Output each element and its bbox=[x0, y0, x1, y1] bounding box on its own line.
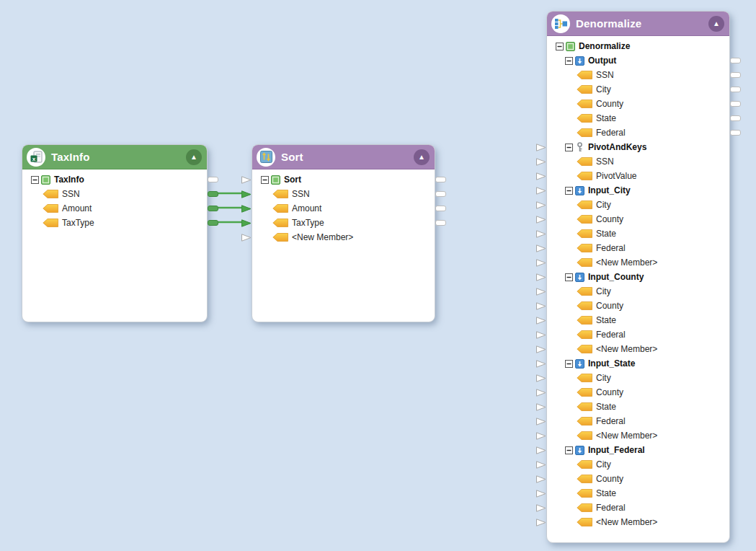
tree-row-pivotandkeys[interactable]: PivotAndKeys bbox=[547, 140, 729, 154]
input-port-idle[interactable] bbox=[241, 176, 252, 184]
tree-row-input-federal[interactable]: Input_Federal bbox=[547, 443, 729, 457]
input-port-idle[interactable] bbox=[536, 288, 546, 296]
input-port-idle[interactable] bbox=[536, 331, 546, 339]
tree-row-taxinfo[interactable]: TaxInfo bbox=[22, 172, 207, 187]
collapse-button[interactable]: ▲ bbox=[186, 149, 202, 165]
tree-row-state[interactable]: State bbox=[547, 486, 729, 501]
expander-minus-icon[interactable] bbox=[565, 144, 573, 151]
output-port-idle[interactable] bbox=[730, 87, 741, 92]
input-port-idle[interactable] bbox=[536, 273, 546, 281]
tree-row-county[interactable]: County bbox=[547, 472, 729, 486]
output-port-idle[interactable] bbox=[435, 206, 446, 211]
expander-minus-icon[interactable] bbox=[261, 176, 269, 184]
input-port-idle[interactable] bbox=[536, 230, 546, 238]
tree-row-new-member[interactable]: <New Member> bbox=[547, 342, 729, 356]
tree-row-city[interactable]: City bbox=[547, 198, 729, 212]
tree-row-county[interactable]: County bbox=[547, 299, 729, 313]
input-port-idle[interactable] bbox=[536, 345, 546, 353]
input-port-idle[interactable] bbox=[536, 144, 546, 151]
tree-row-state[interactable]: State bbox=[547, 226, 729, 241]
output-port-idle[interactable] bbox=[435, 220, 446, 226]
input-port-idle[interactable] bbox=[536, 158, 546, 166]
tree-row-federal[interactable]: Federal bbox=[547, 125, 729, 140]
tree-row-ssn[interactable]: SSN bbox=[22, 187, 207, 201]
expander-minus-icon[interactable] bbox=[565, 360, 573, 368]
input-port-idle[interactable] bbox=[536, 302, 546, 310]
tree-row-input-city[interactable]: Input_City bbox=[547, 183, 729, 198]
tree-row-new-member[interactable]: <New Member> bbox=[547, 515, 729, 529]
input-port-connected[interactable] bbox=[241, 190, 252, 198]
input-port-idle[interactable] bbox=[536, 172, 546, 180]
input-port-connected[interactable] bbox=[241, 219, 252, 227]
output-port-idle[interactable] bbox=[730, 58, 741, 63]
tree-row-state[interactable]: State bbox=[547, 111, 729, 125]
input-port-idle[interactable] bbox=[536, 519, 546, 526]
tree-row-output[interactable]: Output bbox=[547, 53, 729, 68]
node-header-sort[interactable]: Sort▲ bbox=[252, 145, 435, 169]
input-port-idle[interactable] bbox=[536, 374, 546, 382]
output-port-idle[interactable] bbox=[208, 177, 218, 182]
expander-minus-icon[interactable] bbox=[565, 187, 573, 195]
output-port-connected[interactable] bbox=[208, 220, 218, 226]
tree-row-county[interactable]: County bbox=[547, 385, 729, 400]
tree-row-new-member[interactable]: <New Member> bbox=[547, 428, 729, 443]
tree-row-federal[interactable]: Federal bbox=[547, 241, 729, 255]
node-header-taxinfo[interactable]: xTaxInfo▲ bbox=[22, 145, 207, 169]
input-port-idle[interactable] bbox=[536, 216, 546, 224]
expander-minus-icon[interactable] bbox=[565, 273, 573, 281]
output-port-idle[interactable] bbox=[730, 72, 741, 78]
input-port-idle[interactable] bbox=[536, 418, 546, 426]
tree-row-sort[interactable]: Sort bbox=[252, 172, 435, 187]
tree-row-input-county[interactable]: Input_County bbox=[547, 270, 729, 284]
input-port-connected[interactable] bbox=[241, 205, 252, 213]
input-port-idle[interactable] bbox=[536, 317, 546, 325]
tree-row-state[interactable]: State bbox=[547, 400, 729, 414]
tree-row-pivotvalue[interactable]: PivotValue bbox=[547, 169, 729, 183]
expander-minus-icon[interactable] bbox=[565, 446, 573, 454]
output-port-connected[interactable] bbox=[208, 191, 218, 197]
tree-row-county[interactable]: County bbox=[547, 212, 729, 226]
tree-row-new-member[interactable]: <New Member> bbox=[252, 230, 435, 244]
tree-row-city[interactable]: City bbox=[547, 82, 729, 97]
tree-row-ssn[interactable]: SSN bbox=[547, 154, 729, 169]
input-port-idle[interactable] bbox=[241, 234, 252, 242]
node-denormalize[interactable]: Denormalize▲DenormalizeOutputSSNCityCoun… bbox=[546, 11, 730, 543]
input-port-idle[interactable] bbox=[536, 446, 546, 454]
output-port-connected[interactable] bbox=[208, 206, 218, 211]
output-port-idle[interactable] bbox=[730, 101, 741, 107]
input-port-idle[interactable] bbox=[536, 244, 546, 252]
tree-row-input-state[interactable]: Input_State bbox=[547, 356, 729, 371]
node-sort[interactable]: Sort▲SortSSNAmountTaxType<New Member> bbox=[252, 144, 435, 322]
node-header-denormalize[interactable]: Denormalize▲ bbox=[547, 12, 729, 36]
input-port-idle[interactable] bbox=[536, 360, 546, 368]
tree-row-state[interactable]: State bbox=[547, 313, 729, 327]
tree-row-federal[interactable]: Federal bbox=[547, 501, 729, 515]
node-taxinfo[interactable]: xTaxInfo▲TaxInfoSSNAmountTaxType bbox=[22, 144, 208, 322]
input-port-idle[interactable] bbox=[536, 201, 546, 209]
output-port-idle[interactable] bbox=[730, 130, 741, 136]
expander-minus-icon[interactable] bbox=[556, 43, 564, 50]
output-port-idle[interactable] bbox=[435, 177, 446, 182]
tree-row-city[interactable]: City bbox=[547, 457, 729, 472]
tree-row-ssn[interactable]: SSN bbox=[252, 187, 435, 201]
tree-row-amount[interactable]: Amount bbox=[22, 201, 207, 216]
expander-minus-icon[interactable] bbox=[31, 176, 39, 184]
tree-row-amount[interactable]: Amount bbox=[252, 201, 435, 216]
input-port-idle[interactable] bbox=[536, 432, 546, 440]
input-port-idle[interactable] bbox=[536, 403, 546, 411]
tree-row-federal[interactable]: Federal bbox=[547, 414, 729, 428]
input-port-idle[interactable] bbox=[536, 504, 546, 512]
output-port-idle[interactable] bbox=[435, 191, 446, 197]
tree-row-taxtype[interactable]: TaxType bbox=[252, 216, 435, 230]
tree-row-city[interactable]: City bbox=[547, 371, 729, 385]
input-port-idle[interactable] bbox=[536, 187, 546, 195]
tree-row-county[interactable]: County bbox=[547, 97, 729, 111]
expander-minus-icon[interactable] bbox=[565, 57, 573, 65]
input-port-idle[interactable] bbox=[536, 490, 546, 498]
collapse-button[interactable]: ▲ bbox=[414, 149, 430, 165]
tree-row-new-member[interactable]: <New Member> bbox=[547, 255, 729, 270]
collapse-button[interactable]: ▲ bbox=[708, 16, 724, 32]
tree-row-denormalize[interactable]: Denormalize bbox=[547, 39, 729, 53]
input-port-idle[interactable] bbox=[536, 475, 546, 483]
tree-row-taxtype[interactable]: TaxType bbox=[22, 216, 207, 230]
